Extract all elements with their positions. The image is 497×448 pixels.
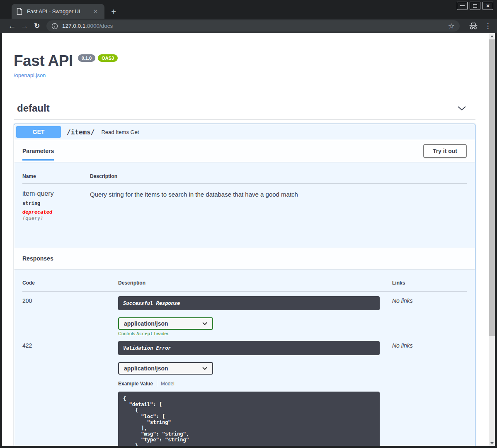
parameter-deprecated-flag: deprecated <box>22 209 90 215</box>
method-badge: GET <box>16 126 61 138</box>
response-200-description-cell: Successful Response application/json Con… <box>118 296 392 336</box>
window-controls: ✕ <box>457 2 493 10</box>
minimize-button[interactable] <box>457 2 468 10</box>
response-links: No links <box>392 296 467 336</box>
tab-title: Fast API - Swagger UI <box>27 8 92 15</box>
incognito-icon <box>469 22 478 30</box>
operation-description: Read Items Get <box>101 129 139 135</box>
bookmark-star-icon[interactable]: ☆ <box>448 22 455 30</box>
media-type-value: application/json <box>124 320 168 327</box>
triangle-up-icon <box>490 35 494 37</box>
response-row-200: 200 Successful Response application/json… <box>22 292 467 336</box>
tab-parameters[interactable]: Parameters <box>22 140 54 162</box>
page-favicon-icon <box>17 8 22 15</box>
tag-header[interactable]: default <box>14 102 475 120</box>
browser-toolbar: ← → ↻ 127.0.0.1:8000/docs ☆ <box>0 19 497 33</box>
close-button[interactable]: ✕ <box>482 2 493 10</box>
parameters-header: Parameters Try it out <box>14 140 475 162</box>
media-type-select-422[interactable]: application/json <box>118 362 213 375</box>
example-json-block: { "detail": [ { "loc": [ "string" ], "ms… <box>118 392 380 446</box>
response-code: 200 <box>22 296 118 336</box>
parameter-type: string <box>22 200 90 206</box>
tab-separator <box>157 380 157 387</box>
scrollbar-thumb[interactable] <box>489 39 495 336</box>
reload-icon[interactable]: ↻ <box>31 20 43 32</box>
accept-note-suffix: header. <box>153 331 170 336</box>
select-chevron-icon <box>202 322 207 325</box>
responses-table-head: Code Description Links <box>22 280 467 292</box>
openapi-spec-link[interactable]: /openapi.json <box>14 72 46 78</box>
tag-name: default <box>17 102 50 114</box>
col-header-code: Code <box>22 280 118 286</box>
close-icon: ✕ <box>486 4 490 8</box>
col-header-links: Links <box>392 280 467 286</box>
accept-header-note: Controls Accept header. <box>118 331 392 336</box>
accept-note-prefix: Controls <box>118 331 136 336</box>
back-icon[interactable]: ← <box>6 20 18 32</box>
tab-model[interactable]: Model <box>161 381 175 387</box>
browser-tab[interactable]: Fast API - Swagger UI ✕ <box>12 4 104 19</box>
col-header-resp-description: Description <box>118 280 392 286</box>
tag-section-default: default GET /items/ Read Items Get Param… <box>14 102 475 446</box>
responses-label: Responses <box>22 248 53 269</box>
responses-table: Code Description Links 200 Successful Re… <box>14 269 475 446</box>
select-chevron-icon <box>202 367 207 370</box>
site-info-icon[interactable] <box>51 23 58 29</box>
page-title: Fast API <box>14 53 73 68</box>
address-bar[interactable]: 127.0.0.1:8000/docs ☆ <box>46 20 460 32</box>
chevron-down-icon[interactable] <box>457 106 466 111</box>
browser-menu-icon[interactable]: ⋮ <box>484 22 492 29</box>
minimize-icon <box>460 5 465 6</box>
scrollbar-up-arrow[interactable] <box>489 33 495 39</box>
version-badges: 0.1.0 OAS3 <box>78 54 118 62</box>
media-type-value: application/json <box>124 365 168 372</box>
browser-window: Fast API - Swagger UI ✕ + ✕ ← → ↻ 127.0.… <box>0 0 497 448</box>
parameters-table: Name Description item-query string depre… <box>14 162 475 248</box>
parameter-name: item-query <box>22 190 90 197</box>
page-viewport: Fast API 0.1.0 OAS3 /openapi.json defaul… <box>2 33 489 446</box>
forward-icon[interactable]: → <box>18 20 31 32</box>
operation-path: /items/ <box>67 128 95 136</box>
parameters-table-head: Name Description <box>22 173 467 184</box>
response-description-panel: Validation Error <box>118 341 380 355</box>
triangle-down-icon <box>490 442 494 444</box>
tab-close-icon[interactable]: ✕ <box>92 8 99 15</box>
example-model-tabs: Example Value Model <box>118 380 392 387</box>
response-code: 422 <box>22 341 118 446</box>
parameter-description: Query string for the items to search in … <box>90 190 467 221</box>
url-text: 127.0.0.1:8000/docs <box>62 23 113 29</box>
tab-example-value[interactable]: Example Value <box>118 381 153 387</box>
try-it-out-button[interactable]: Try it out <box>423 144 467 158</box>
scrollbar-down-arrow[interactable] <box>489 440 495 446</box>
oas-badge: OAS3 <box>98 54 118 62</box>
parameter-meta: item-query string deprecated (query) <box>22 190 90 221</box>
tab-strip: Fast API - Swagger UI ✕ + ✕ <box>0 0 497 19</box>
response-422-description-cell: Validation Error application/json Exampl… <box>118 341 392 446</box>
url-path: :8000/docs <box>85 23 113 29</box>
col-header-name: Name <box>22 173 90 179</box>
media-type-select-200[interactable]: application/json <box>118 317 213 330</box>
responses-header: Responses <box>14 248 475 269</box>
response-row-422: 422 Validation Error application/json <box>22 336 467 446</box>
col-header-description: Description <box>90 173 467 179</box>
operation-summary[interactable]: GET /items/ Read Items Get <box>14 124 475 140</box>
accept-note-code: Accept <box>136 331 153 336</box>
maximize-button[interactable] <box>470 2 480 10</box>
opblock-get-items: GET /items/ Read Items Get Parameters Tr… <box>14 124 475 446</box>
version-badge: 0.1.0 <box>78 54 95 62</box>
response-description-panel: Successful Response <box>118 296 380 310</box>
parameter-location: (query) <box>22 215 90 221</box>
api-info: Fast API 0.1.0 OAS3 /openapi.json <box>14 33 475 79</box>
swagger-ui: Fast API 0.1.0 OAS3 /openapi.json defaul… <box>2 33 489 446</box>
url-host: 127.0.0.1 <box>62 23 85 29</box>
vertical-scrollbar[interactable] <box>489 33 495 446</box>
new-tab-button[interactable]: + <box>109 7 119 17</box>
parameter-row: item-query string deprecated (query) Que… <box>22 184 467 221</box>
maximize-icon <box>473 4 477 8</box>
response-links: No links <box>392 341 467 446</box>
